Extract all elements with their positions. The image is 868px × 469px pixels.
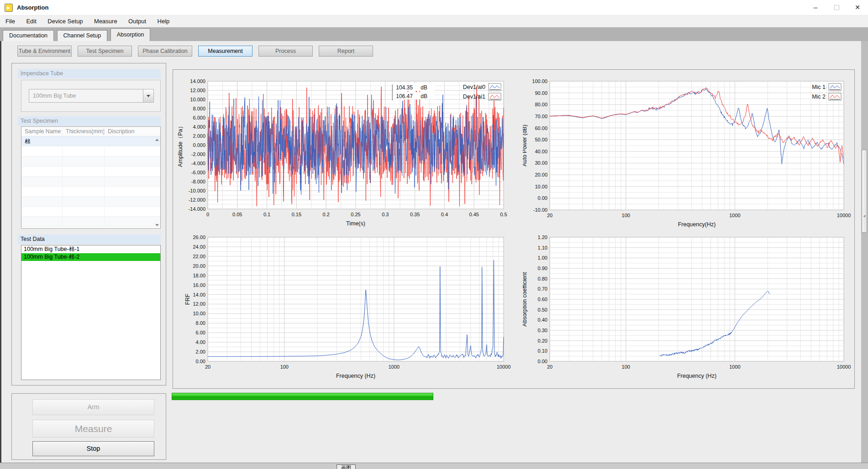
tab-channel-setup[interactable]: Channel Setup xyxy=(57,30,108,41)
column-sample-name: Sample Name xyxy=(21,127,63,136)
svg-text:0.4: 0.4 xyxy=(441,212,448,217)
dropdown-arrow-button[interactable] xyxy=(143,89,153,102)
maximize-button[interactable] xyxy=(826,0,847,16)
svg-text:100: 100 xyxy=(622,364,630,370)
close-button[interactable]: ✕ xyxy=(847,0,868,16)
maximize-icon xyxy=(834,5,839,10)
subtab-test-specimen[interactable]: Test Specimen xyxy=(78,46,132,57)
impedance-tube-value: 100mm Big Tube xyxy=(33,93,76,99)
svg-text:0.50: 0.50 xyxy=(538,307,547,313)
list-item[interactable]: 100mm Big Tube-棉-1 xyxy=(21,245,160,253)
impedance-tube-box: 100mm Big Tube xyxy=(21,80,161,112)
svg-text:-10.000: -10.000 xyxy=(189,188,205,193)
svg-text:6.00: 6.00 xyxy=(196,330,205,335)
table-scroll-up-icon[interactable] xyxy=(155,139,159,141)
bottom-tab-plot[interactable]: 画图 xyxy=(337,464,356,469)
table-row[interactable] xyxy=(21,197,160,207)
auto-power-chart: 100.0090.0080.0070.0060.0050.0040.0030.0… xyxy=(523,71,864,229)
test-data-header: Test Data xyxy=(18,234,161,244)
app-window: ▶ Absorption – ✕ File Edit Device Setup … xyxy=(0,0,868,469)
svg-text:26.00: 26.00 xyxy=(193,234,205,240)
impedance-tube-dropdown[interactable]: 100mm Big Tube xyxy=(29,89,154,103)
svg-text:40.00: 40.00 xyxy=(535,149,547,154)
table-scroll-down-icon[interactable] xyxy=(155,224,159,226)
svg-text:50.00: 50.00 xyxy=(535,137,547,142)
svg-text:14.000: 14.000 xyxy=(190,78,205,84)
svg-text:60.00: 60.00 xyxy=(535,125,547,131)
cell-sample-name: 棉 xyxy=(21,136,63,146)
svg-text:-2.000: -2.000 xyxy=(191,151,205,157)
svg-text:1000: 1000 xyxy=(729,364,740,370)
svg-text:80.00: 80.00 xyxy=(535,102,547,107)
table-row[interactable] xyxy=(21,187,160,197)
minimize-button[interactable]: – xyxy=(805,0,826,16)
subtab-process[interactable]: Process xyxy=(258,46,313,57)
subtab-report[interactable]: Report xyxy=(319,46,373,57)
right-panel-toggle[interactable]: < xyxy=(862,150,867,233)
menu-item-device-setup[interactable]: Device Setup xyxy=(43,16,87,27)
table-row[interactable] xyxy=(21,207,160,217)
svg-text:20: 20 xyxy=(205,364,210,370)
table-row[interactable] xyxy=(21,177,160,187)
svg-text:8.000: 8.000 xyxy=(193,106,205,111)
svg-text:Dev1/ai1: Dev1/ai1 xyxy=(463,94,485,100)
subtabs: Tube & Environment Test Specimen Phase C… xyxy=(17,46,373,57)
svg-text:-10.00: -10.00 xyxy=(533,207,547,213)
svg-text:0.70: 0.70 xyxy=(538,286,547,292)
svg-text:16.00: 16.00 xyxy=(193,282,205,288)
menu-item-help[interactable]: Help xyxy=(153,16,174,27)
svg-text:104.35: 104.35 xyxy=(396,84,413,91)
svg-text:10000: 10000 xyxy=(837,364,851,370)
svg-text:0.25: 0.25 xyxy=(351,212,360,217)
svg-text:Frequency(Hz): Frequency(Hz) xyxy=(678,221,716,228)
svg-text:0.35: 0.35 xyxy=(410,212,420,217)
arm-button[interactable]: Arm xyxy=(32,399,154,415)
list-item-selected[interactable]: 100mm Big Tube-棉-2 xyxy=(21,253,160,261)
measure-button[interactable]: Measure xyxy=(32,420,154,438)
menu-item-measure[interactable]: Measure xyxy=(89,16,122,27)
svg-text:0.80: 0.80 xyxy=(538,276,547,281)
svg-text:10000: 10000 xyxy=(497,364,511,370)
svg-text:22.00: 22.00 xyxy=(193,254,205,259)
svg-text:0.60: 0.60 xyxy=(538,297,547,302)
svg-text:Auto Power (dB): Auto Power (dB) xyxy=(523,125,528,167)
test-data-list[interactable]: 100mm Big Tube-棉-1 100mm Big Tube-棉-2 xyxy=(21,245,161,380)
svg-text:0.2: 0.2 xyxy=(323,212,330,217)
svg-text:12.00: 12.00 xyxy=(193,301,205,307)
table-row[interactable] xyxy=(21,146,160,156)
stop-button[interactable]: Stop xyxy=(32,441,154,456)
svg-text:14.00: 14.00 xyxy=(193,292,205,297)
table-row[interactable] xyxy=(21,217,160,227)
subtab-tube-environment[interactable]: Tube & Environment xyxy=(17,46,72,57)
table-row[interactable] xyxy=(21,167,160,177)
titlebar: ▶ Absorption – ✕ xyxy=(0,0,868,16)
progress-fill xyxy=(172,393,433,400)
table-row[interactable] xyxy=(21,156,160,167)
svg-text:0.00: 0.00 xyxy=(196,359,205,364)
svg-text:10000: 10000 xyxy=(837,213,851,218)
svg-text:0.90: 0.90 xyxy=(538,266,547,271)
left-edge-strip xyxy=(0,41,1,463)
svg-text:-6.000: -6.000 xyxy=(191,170,205,175)
svg-text:4.00: 4.00 xyxy=(196,339,205,345)
test-specimen-table[interactable]: Sample Name Thickness(mm) Discription 棉 xyxy=(21,126,161,229)
menu-item-edit[interactable]: Edit xyxy=(21,16,41,27)
svg-text:0.15: 0.15 xyxy=(292,212,301,217)
menu-item-file[interactable]: File xyxy=(1,16,20,27)
svg-text:106.47: 106.47 xyxy=(396,93,413,99)
column-discription: Discription xyxy=(105,127,158,136)
svg-text:0.20: 0.20 xyxy=(538,338,547,344)
svg-text:1000: 1000 xyxy=(729,213,740,218)
menu-item-output[interactable]: Output xyxy=(124,16,151,27)
svg-text:24.00: 24.00 xyxy=(193,244,205,250)
table-row[interactable]: 棉 xyxy=(21,136,160,146)
svg-text:1.00: 1.00 xyxy=(538,255,547,261)
tab-absorption[interactable]: Absorption xyxy=(110,28,151,41)
subtab-phase-calibration[interactable]: Phase Calibration xyxy=(138,46,192,57)
subtab-measurement[interactable]: Measurement xyxy=(198,46,253,57)
sidebar-panel: Impendace Tube 100mm Big Tube Test Speci… xyxy=(11,63,166,386)
time-waveform-chart: 14.00012.00010.0008.0006.0004.0002.0000.… xyxy=(176,71,517,229)
bottom-band: 画图 xyxy=(0,463,868,469)
menubar: File Edit Device Setup Measure Output He… xyxy=(0,16,868,27)
tab-documentation[interactable]: Documentation xyxy=(3,30,54,41)
